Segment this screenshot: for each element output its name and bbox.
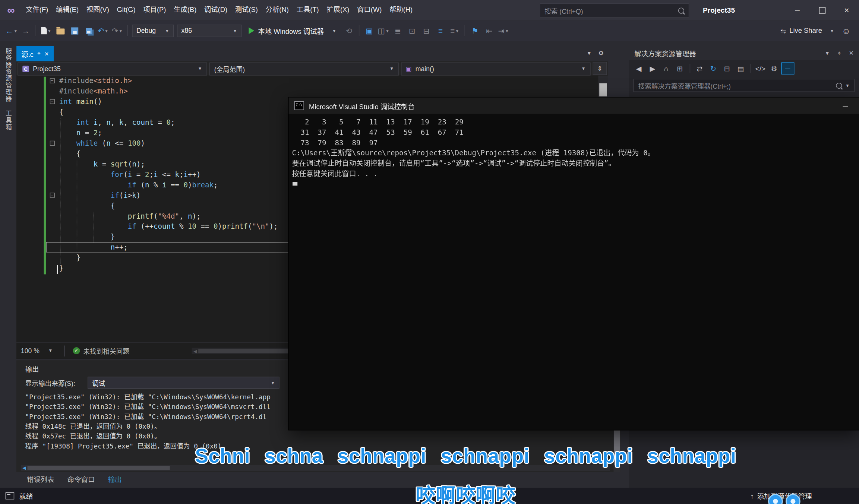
menu-item[interactable]: 窗口(W) — [353, 0, 386, 20]
scroll-left-icon[interactable]: ◀ — [192, 349, 199, 354]
scrollbar-thumb[interactable] — [599, 83, 607, 96]
close-icon[interactable]: ✕ — [846, 48, 857, 58]
diff-view-icon[interactable]: ⊟ — [420, 23, 433, 38]
menu-item[interactable]: 测试(S) — [231, 0, 262, 20]
sidebar-item-1[interactable]: 工具箱 — [4, 110, 13, 130]
sidebar-item-0[interactable]: 服务器资源管理器 — [4, 48, 13, 102]
output-source-dropdown[interactable]: 调试 ▼ — [88, 377, 280, 389]
sync-with-active-document-icon[interactable]: ⇄ — [693, 63, 706, 75]
active-files-dropdown-icon[interactable]: ▾ — [588, 50, 591, 57]
screenshot-icon[interactable]: ◫▼ — [377, 23, 390, 38]
navigate-symbol-icon[interactable]: ⊡ — [405, 23, 419, 38]
console-title: Microsoft Visual Studio 调试控制台 — [309, 101, 832, 111]
navigate-forward-icon[interactable]: → — [19, 23, 32, 38]
feedback-icon[interactable]: ☺ — [842, 26, 850, 35]
undo-icon[interactable]: ↶▼ — [97, 23, 110, 38]
window-options-gear-icon[interactable]: ⚙ — [598, 50, 604, 57]
collapse-all-icon[interactable]: ⊟ — [720, 63, 733, 75]
hot-reload-icon[interactable]: ⟲ — [342, 23, 356, 38]
previous-bookmark-icon[interactable]: ⇤ — [483, 23, 496, 38]
quick-search[interactable]: 搜索 (Ctrl+Q) — [540, 3, 689, 18]
code-navigation-bar: C Project35 ▼ (全局范围) ▼ ▣ main() ▼ — [16, 61, 608, 76]
panel-tab-1[interactable]: 命令窗口 — [63, 472, 100, 488]
split-window-button[interactable]: ⇕ — [593, 62, 607, 75]
maximize-icon — [819, 7, 825, 13]
menu-item[interactable]: 文件(F) — [22, 0, 52, 20]
fold-collapse-icon[interactable]: − — [47, 190, 57, 200]
maximize-button[interactable] — [810, 0, 834, 20]
menu-item[interactable]: Git(G) — [113, 0, 139, 20]
panel-tab-2[interactable]: 输出 — [103, 472, 126, 488]
pin-icon[interactable]: ⌖ — [834, 48, 844, 58]
tab-source-c[interactable]: 源.c ⌖ ✕ — [16, 46, 54, 61]
menu-item[interactable]: 视图(V) — [82, 0, 113, 20]
menu-item[interactable]: 生成(B) — [170, 0, 200, 20]
bookmark-icon[interactable]: ⚑ — [468, 23, 481, 38]
close-tab-icon[interactable]: ✕ — [44, 51, 49, 57]
debug-console-window: C:\ Microsoft Visual Studio 调试控制台 ─ 2 3 … — [289, 98, 859, 430]
solution-configurations-combo[interactable]: Debug▼ — [132, 24, 174, 37]
close-button[interactable]: ✕ — [834, 0, 859, 20]
show-all-files-icon[interactable]: ▤ — [734, 63, 747, 75]
save-all-icon[interactable] — [82, 23, 95, 38]
output-horizontal-scrollbar[interactable]: ◀ — [21, 465, 610, 471]
line-endings-icon[interactable]: ≡▼ — [448, 23, 461, 38]
pin-tab-icon[interactable]: ⌖ — [37, 50, 40, 57]
solution-explorer-header: 解决方案资源管理器 ▾⌖✕ — [629, 46, 859, 60]
navigate-backward-icon[interactable]: ←▼ — [5, 23, 18, 38]
scroll-left-icon[interactable]: ◀ — [21, 466, 28, 470]
fold-spacer — [47, 128, 57, 138]
refresh-icon[interactable]: ↻ — [707, 63, 720, 75]
panel-tab-0[interactable]: 错误列表 — [22, 472, 59, 488]
fold-collapse-icon[interactable]: − — [47, 138, 57, 148]
scope-dropdown[interactable]: (全局范围) ▼ — [209, 62, 399, 75]
code-view-icon[interactable]: </> — [754, 63, 767, 75]
menu-item[interactable]: 扩展(X) — [323, 0, 353, 20]
visual-studio-logo-icon: ∞ — [0, 0, 22, 20]
fold-spacer — [47, 180, 57, 190]
menu-item[interactable]: 帮助(H) — [386, 0, 417, 20]
console-title-bar[interactable]: C:\ Microsoft Visual Studio 调试控制台 ─ — [289, 98, 859, 114]
open-file-icon[interactable] — [54, 23, 67, 38]
document-health-indicator[interactable]: ✓ 未找到相关问题 — [73, 346, 129, 355]
console-minimize-button[interactable]: ─ — [837, 102, 853, 110]
minimize-button[interactable]: ─ — [785, 0, 810, 20]
fold-collapse-icon[interactable]: − — [47, 76, 57, 86]
search-icon — [836, 82, 842, 88]
preview-selected-toggle-icon[interactable]: ─ — [781, 63, 794, 75]
fold-spacer — [47, 253, 57, 263]
code-cleanup-icon[interactable]: ≣ — [391, 23, 404, 38]
navigate-forward-icon[interactable]: ▶ — [646, 63, 659, 75]
fold-collapse-icon[interactable]: − — [47, 96, 57, 107]
menu-item[interactable]: 工具(T) — [293, 0, 323, 20]
method-icon: ▣ — [406, 65, 411, 72]
properties-gear-icon[interactable]: ⚙ — [767, 63, 780, 75]
project-dropdown[interactable]: C Project35 ▼ — [18, 62, 207, 75]
breakpoints-window-icon[interactable]: ▣ — [363, 23, 376, 38]
zoom-dropdown[interactable]: 100 % ▼ — [21, 347, 56, 355]
chevron-down-icon[interactable]: ▾ — [822, 48, 833, 58]
menu-item[interactable]: 调试(D) — [200, 0, 231, 20]
navigate-back-icon[interactable]: ◀ — [632, 63, 645, 75]
redo-icon[interactable]: ↷▼ — [111, 23, 124, 38]
save-file-icon[interactable] — [68, 23, 81, 38]
member-dropdown[interactable]: ▣ main() ▼ — [401, 62, 591, 75]
solution-platforms-combo[interactable]: x86▼ — [177, 24, 241, 37]
home-icon[interactable]: ⌂ — [660, 63, 673, 75]
live-share-button[interactable]: ⇋Live Share▼ — [780, 26, 834, 35]
solution-explorer-search[interactable]: 搜索解决方案资源管理器(Ctrl+;) ▼ — [633, 79, 855, 92]
output-source-value: 调试 — [92, 378, 105, 387]
add-to-source-control[interactable]: ↑ 添加到源代码管理 — [751, 491, 859, 501]
scrollbar-thumb[interactable] — [614, 430, 620, 465]
next-bookmark-icon[interactable]: ⇥▼ — [497, 23, 510, 38]
background-tasks-icon[interactable] — [6, 492, 15, 500]
start-debugging-button[interactable]: 本地 Windows 调试器▼ — [249, 25, 336, 36]
scrollbar-thumb[interactable] — [28, 466, 170, 470]
new-file-icon[interactable]: ▼ — [40, 23, 53, 38]
menu-item[interactable]: 编辑(E) — [52, 0, 83, 20]
menu-item[interactable]: 分析(N) — [262, 0, 293, 20]
switch-views-icon[interactable]: ⊞ — [673, 63, 686, 75]
project-badge: Project35 — [703, 0, 735, 20]
menu-item[interactable]: 项目(P) — [139, 0, 170, 20]
sort-lines-icon[interactable]: ≡ — [434, 23, 447, 38]
